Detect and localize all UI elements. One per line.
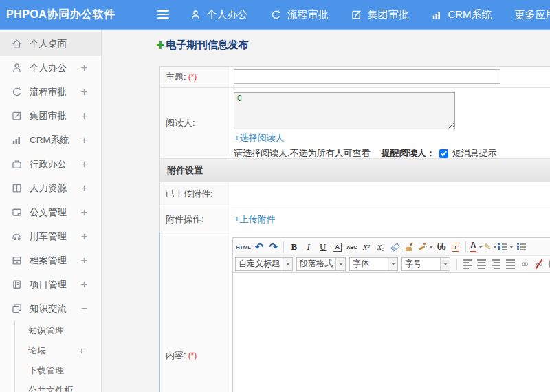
remove-link-button[interactable]: ∞	[532, 257, 547, 271]
select-dropdown-button[interactable]	[336, 258, 345, 270]
subject-row: 主题: (*)	[160, 67, 550, 88]
sms-notify-label: 短消息提示	[452, 147, 497, 160]
strikethrough-button[interactable]: ABC	[344, 240, 359, 254]
autotypeset-button[interactable]	[417, 240, 434, 254]
font-family-select[interactable]: 字体	[349, 257, 398, 271]
select-readers-link[interactable]: +选择阅读人	[234, 132, 285, 144]
menu-toggle-icon[interactable]	[155, 7, 172, 22]
readers-row: 阅读人: 0 +选择阅读人 请选择阅读人,不选为所有人可查看 提醒阅读人： 短消…	[160, 88, 550, 159]
caret-down-icon	[443, 263, 448, 265]
align-justify-icon	[506, 259, 515, 269]
sidebar-item-desktop[interactable]: 个人桌面	[0, 32, 101, 56]
select-dropdown-button[interactable]	[283, 258, 292, 270]
sidebar-item-hr[interactable]: 人力资源 +	[0, 176, 101, 200]
toolbar-separator	[465, 241, 466, 252]
caret-down-icon	[391, 263, 395, 265]
readers-value-cell: 0 +选择阅读人 请选择阅读人,不选为所有人可查看 提醒阅读人： 短消息提示	[230, 88, 550, 158]
sidebar-item-archive-mgmt[interactable]: 档案管理 +	[0, 248, 101, 272]
subject-label: 主题:	[166, 71, 186, 83]
align-center-button[interactable]	[474, 257, 489, 271]
uploaded-attachments-row: 已上传附件:	[160, 182, 550, 206]
app-logo[interactable]: PHPOA协同办公软件	[0, 8, 115, 22]
expand-plus-icon[interactable]: +	[81, 254, 87, 267]
align-right-icon	[492, 259, 500, 269]
sidebar-subitem-public-file-cabinet[interactable]: 公共文件柜	[15, 380, 101, 392]
attachment-action-label-cell: 附件操作:	[160, 206, 230, 232]
nav-group-approval[interactable]: 集团审批	[351, 8, 408, 21]
font-color-button[interactable]: A	[469, 240, 483, 254]
select-dropdown-button[interactable]	[440, 258, 450, 270]
upload-attachment-link[interactable]: +上传附件	[234, 213, 276, 226]
sidebar-item-project-mgmt[interactable]: 项目管理 +	[0, 272, 101, 296]
expand-plus-icon[interactable]: +	[81, 230, 87, 243]
attachment-section-title: 附件设置	[167, 164, 203, 177]
paragraph-format-select[interactable]: 段落格式	[296, 257, 346, 271]
html-source-button[interactable]: HTML	[235, 240, 252, 254]
expand-plus-icon[interactable]: +	[78, 345, 85, 356]
underline-button[interactable]: U	[316, 240, 330, 254]
font-size-select[interactable]: 字号	[402, 257, 450, 271]
align-left-button[interactable]	[460, 257, 474, 271]
editor-content-area[interactable]	[233, 273, 550, 392]
sidebar-item-workflow-approval[interactable]: 流程审批 +	[0, 80, 101, 104]
sidebar-item-document-mgmt[interactable]: 公文管理 +	[0, 200, 101, 224]
italic-button[interactable]: I	[301, 240, 316, 254]
align-justify-button[interactable]	[503, 257, 518, 271]
expand-plus-icon[interactable]: +	[81, 110, 87, 122]
sidebar-subitem-download-mgmt[interactable]: 下载管理	[15, 360, 101, 380]
expand-plus-icon[interactable]: +	[81, 134, 87, 146]
superscript-button[interactable]: X²	[359, 240, 373, 254]
expand-plus-icon[interactable]: +	[81, 279, 87, 291]
nav-more-apps[interactable]: 更多应用	[515, 8, 550, 21]
caret-down-icon	[478, 246, 483, 248]
nav-crm-system[interactable]: CRM系统	[431, 8, 492, 21]
sidebar-item-group-approval[interactable]: 集团审批 +	[0, 104, 101, 128]
sidebar-item-knowledge-exchange[interactable]: 知识交流 −	[0, 296, 101, 320]
undo-button[interactable]: ↶	[252, 240, 266, 254]
expand-plus-icon[interactable]: +	[81, 86, 87, 98]
sidebar-item-personal-office[interactable]: 个人办公 +	[0, 56, 101, 80]
sidebar-item-admin-office[interactable]: 行政办公 +	[0, 152, 101, 176]
blockquote-button[interactable]: 66	[434, 240, 448, 254]
nav-label: 流程审批	[287, 8, 328, 21]
select-dropdown-button[interactable]	[388, 258, 397, 270]
required-mark: (*)	[188, 72, 197, 82]
expand-plus-icon[interactable]: +	[81, 158, 87, 171]
insert-link-button[interactable]: ∞	[518, 257, 532, 271]
paste-plain-text-button[interactable]: T	[448, 240, 463, 254]
attachment-action-label: 附件操作:	[166, 213, 204, 226]
insert-image-button[interactable]	[547, 257, 550, 271]
nav-personal-office[interactable]: 个人办公	[190, 8, 248, 21]
clear-format-button[interactable]	[402, 240, 417, 254]
sidebar-item-crm[interactable]: CRM系统 +	[0, 128, 101, 152]
bold-button[interactable]: B	[287, 240, 301, 254]
subscript-button[interactable]: X₂	[373, 240, 388, 254]
sidebar-subitem-forum[interactable]: 论坛 +	[15, 340, 101, 360]
align-right-button[interactable]	[489, 257, 503, 271]
expand-plus-icon[interactable]: +	[81, 206, 87, 219]
expand-plus-icon[interactable]: +	[81, 62, 87, 74]
ordered-list-button[interactable]	[498, 240, 514, 254]
readers-textarea[interactable]: 0	[234, 92, 455, 129]
subject-input[interactable]	[234, 69, 500, 84]
layers-icon	[11, 303, 23, 314]
nav-label: 集团审批	[367, 8, 408, 21]
highlight-color-button[interactable]: ✎	[483, 240, 498, 254]
sidebar-subitem-knowledge-mgmt[interactable]: 知识管理	[15, 320, 101, 340]
redo-button[interactable]: ↷	[266, 240, 280, 254]
unordered-list-button[interactable]	[514, 240, 529, 254]
paste-text-icon: T	[452, 243, 459, 252]
custom-title-select[interactable]: 自定义标题	[235, 257, 293, 271]
readers-hint-row: 请选择阅读人,不选为所有人可查看 提醒阅读人： 短消息提示	[234, 147, 550, 160]
font-border-button[interactable]: A	[330, 240, 344, 254]
content-row: 内容: (*) HTML ↶ ↷ B I	[160, 232, 550, 392]
required-mark: (*)	[188, 351, 197, 360]
edit-square-icon	[11, 110, 23, 122]
caret-down-icon	[286, 263, 290, 265]
expand-plus-icon[interactable]: +	[81, 182, 87, 195]
nav-workflow-approval[interactable]: 流程审批	[270, 8, 328, 21]
collapse-minus-icon[interactable]: −	[81, 303, 87, 315]
sidebar-item-vehicle-mgmt[interactable]: 用车管理 +	[0, 224, 101, 248]
remove-format-button[interactable]	[388, 240, 402, 254]
sms-notify-checkbox[interactable]	[439, 149, 448, 158]
